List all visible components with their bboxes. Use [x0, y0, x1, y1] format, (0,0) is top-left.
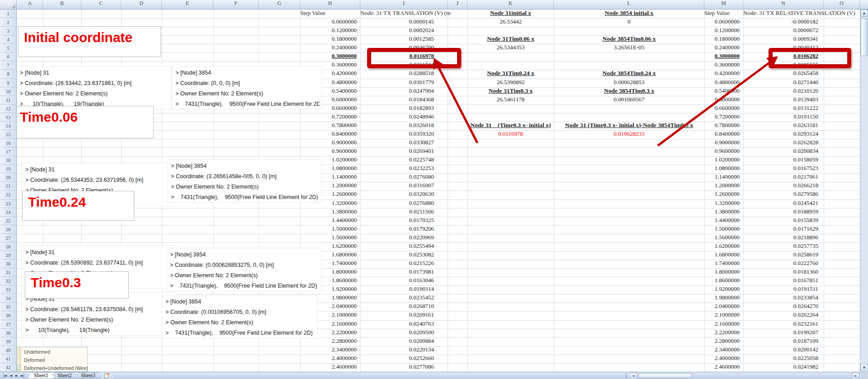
row-header-10[interactable]: 10 — [0, 87, 16, 96]
cell-tx-I17[interactable]: 0.0269401 — [360, 147, 448, 156]
cell-step-M10[interactable]: 0.5400000 — [704, 87, 743, 96]
row-header-31[interactable]: 31 — [0, 268, 16, 277]
cell-tx-I36[interactable]: 0.0269161 — [360, 311, 448, 320]
cell-L5[interactable]: 3.26561E-05 — [554, 44, 704, 52]
cell-step-H5[interactable]: 0.2400000 — [300, 44, 360, 52]
row-header-40[interactable]: 40 — [0, 346, 16, 355]
row-header-35[interactable]: 35 — [0, 303, 16, 311]
cell-tx-I2[interactable]: 0.0000145 — [360, 18, 448, 27]
cell-step-M24[interactable]: 1.3800000 — [704, 208, 743, 217]
cell-step-H13[interactable]: 0.7200000 — [300, 113, 360, 122]
cell-K4[interactable]: Node 31Tim0.06 x — [467, 35, 554, 44]
cell-step-M20[interactable]: 1.1400000 — [704, 173, 743, 182]
cell-tx-I11[interactable]: 0.0184368 — [360, 96, 448, 104]
scroll-left-button[interactable]: ◄ — [629, 373, 637, 379]
column-header-F[interactable]: F — [213, 0, 259, 9]
cell-tx-I24[interactable]: 0.0211506 — [360, 208, 448, 217]
row-header-41[interactable]: 41 — [0, 355, 16, 363]
row-header-32[interactable]: 32 — [0, 277, 16, 285]
vertical-scroll-thumb[interactable] — [861, 18, 868, 56]
cell-step-M15[interactable]: 0.8400000 — [704, 130, 743, 139]
cell-rel-N26[interactable]: 0.0171629 — [743, 225, 824, 234]
cell-rel-N37[interactable]: 0.0232161 — [743, 320, 824, 329]
cell-rel-N36[interactable]: 0.0262264 — [743, 311, 824, 320]
cell-rel-N14[interactable]: 0.0263181 — [743, 122, 824, 130]
cell-step-M8[interactable]: 0.4200000 — [704, 70, 743, 78]
column-header-N[interactable]: N — [743, 0, 824, 9]
cell-tx-I14[interactable]: 0.0326018 — [360, 122, 448, 130]
cell-step-M3[interactable]: 0.1200000 — [704, 27, 743, 35]
cell-step-M31[interactable]: 1.8000000 — [704, 268, 743, 277]
cell-K2[interactable]: 26.53442 — [467, 18, 554, 27]
row-header-26[interactable]: 26 — [0, 225, 16, 234]
cell-rel-N23[interactable]: 0.0245421 — [743, 199, 824, 208]
row-header-14[interactable]: 14 — [0, 122, 16, 130]
row-header-9[interactable]: 9 — [0, 79, 16, 87]
cell-rel-N19[interactable]: 0.0167523 — [743, 165, 824, 173]
cell-rel-N34[interactable]: 0.0233854 — [743, 294, 824, 303]
cell-K8[interactable]: Node 31Tim0.24 x — [467, 70, 554, 78]
cell-rel-N15[interactable]: 0.0293124 — [743, 130, 824, 139]
cell-step-M4[interactable]: 0.1800000 — [704, 35, 743, 44]
column-header-K[interactable]: K — [467, 0, 554, 9]
cell-rel-N9[interactable]: 0.0271440 — [743, 79, 824, 87]
cell-tx-I41[interactable]: 0.0252660 — [360, 355, 448, 363]
legend-item[interactable]: Undeformed — [24, 349, 50, 355]
column-header-D[interactable]: D — [121, 0, 162, 9]
cell-step-M19[interactable]: 1.0800000 — [704, 165, 743, 173]
cell-step-H16[interactable]: 0.9000000 — [300, 139, 360, 147]
cell-step-M26[interactable]: 1.5000000 — [704, 225, 743, 234]
cell-tx-I10[interactable]: 0.0247904 — [360, 87, 448, 96]
cell-step-M40[interactable]: 2.3400000 — [704, 346, 743, 355]
cell-tx-I15[interactable]: 0.0359320 — [360, 130, 448, 139]
cell-L8[interactable]: Node 3854Tim0.24 x — [554, 70, 704, 78]
column-header-J[interactable]: J — [448, 0, 467, 9]
cell-step-M18[interactable]: 1.0200000 — [704, 156, 743, 165]
cell-step-M14[interactable]: 0.7800000 — [704, 122, 743, 130]
cell-tx-I25[interactable]: 0.0170325 — [360, 217, 448, 225]
cell-L11[interactable]: 0.001069567 — [554, 96, 704, 104]
sheet-tab-sheet3[interactable]: Sheet3 — [75, 372, 101, 379]
column-header-O[interactable]: O — [824, 0, 860, 9]
cell-K9[interactable]: 26.5390892 — [467, 79, 554, 87]
cell-tx-I29[interactable]: 0.0253082 — [360, 251, 448, 260]
cell-tx-I35[interactable]: 0.0268710 — [360, 303, 448, 311]
cell-rel-N21[interactable]: 0.0266218 — [743, 182, 824, 190]
sheet-area[interactable]: Step ValueNode: 31 TX TRANSLATION (V) (m… — [0, 0, 860, 372]
cell-step-M2[interactable]: 0.0600000 — [704, 18, 743, 27]
cell-rel-N18[interactable]: 0.0158059 — [743, 156, 824, 165]
cell-step-H25[interactable]: 1.4400000 — [300, 217, 360, 225]
column-title-I[interactable]: Node: 31 TX TRANSLATION (V) (m — [360, 9, 464, 18]
cell-tx-I22[interactable]: 0.0320630 — [360, 190, 448, 199]
cell-step-M11[interactable]: 0.6000000 — [704, 96, 743, 104]
legend-item[interactable]: Deformed+Undeformed (Wire) — [24, 365, 88, 371]
cell-tx-I38[interactable]: 0.0209500 — [360, 329, 448, 337]
cell-step-M30[interactable]: 1.7400000 — [704, 260, 743, 268]
row-header-17[interactable]: 17 — [0, 147, 16, 156]
row-header-20[interactable]: 20 — [0, 173, 16, 182]
row-header-29[interactable]: 29 — [0, 251, 16, 260]
row-header-33[interactable]: 33 — [0, 285, 16, 294]
cell-tx-I20[interactable]: 0.0276080 — [360, 173, 448, 182]
row-header-3[interactable]: 3 — [0, 27, 16, 35]
cell-tx-I28[interactable]: 0.0255494 — [360, 242, 448, 251]
column-title-L[interactable]: Node 3854 initial x — [554, 9, 704, 18]
cell-tx-I34[interactable]: 0.0235452 — [360, 294, 448, 303]
row-header-15[interactable]: 15 — [0, 130, 16, 139]
cell-step-H39[interactable]: 2.2800000 — [300, 337, 360, 346]
row-header-4[interactable]: 4 — [0, 35, 16, 44]
row-header-30[interactable]: 30 — [0, 260, 16, 268]
column-header-I[interactable]: I — [360, 0, 448, 9]
row-header-25[interactable]: 25 — [0, 217, 16, 225]
column-header-B[interactable]: B — [43, 0, 81, 9]
row-header-13[interactable]: 13 — [0, 113, 16, 122]
cell-tx-I40[interactable]: 0.0220134 — [360, 346, 448, 355]
row-header-12[interactable]: 12 — [0, 104, 16, 113]
row-header-28[interactable]: 28 — [0, 242, 16, 251]
cell-tx-I30[interactable]: 0.0215226 — [360, 260, 448, 268]
row-header-34[interactable]: 34 — [0, 294, 16, 303]
cell-L10[interactable]: Node 3854Tim0.3 x — [554, 87, 704, 96]
cell-L4[interactable]: Node 3854Tim0.06 x — [554, 35, 704, 44]
sheet-tab-sheet1[interactable]: Sheet1 — [28, 372, 54, 379]
cell-rel-N39[interactable]: 0.0187109 — [743, 337, 824, 346]
